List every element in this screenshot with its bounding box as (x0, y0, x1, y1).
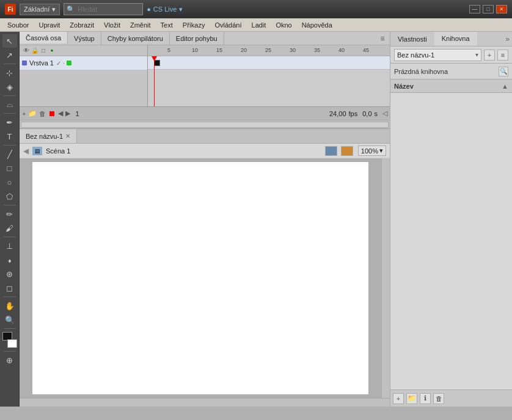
panel-menu-icon[interactable]: ≡ (378, 34, 387, 43)
library-name: Bez názvu-1 (397, 51, 434, 59)
menu-napoveda[interactable]: Nápověda (297, 20, 337, 30)
time-label: s (375, 110, 378, 117)
menu-okno[interactable]: Okno (271, 20, 296, 30)
frame-30: 30 (290, 47, 296, 53)
zoom-value: 100% (361, 147, 378, 155)
time-value: 0,0 (362, 110, 371, 117)
library-new-symbol-btn[interactable]: + (393, 393, 404, 404)
square-icon[interactable]: □ (39, 46, 48, 55)
next-frame-icon[interactable]: ▶ (65, 109, 70, 117)
color-tools (2, 332, 17, 348)
minimize-button[interactable]: — (469, 5, 480, 13)
dot-icon[interactable]: ● (48, 46, 56, 55)
tab-properties[interactable]: Vlastnosti (390, 32, 434, 46)
tool-free-transform[interactable]: ⊹ (2, 66, 17, 79)
tool-rect[interactable]: □ (2, 161, 17, 175)
tool-zoom[interactable]: 🔍 (2, 313, 17, 326)
center-area: Časová osa Výstup Chyby kompilátoru Edit… (20, 32, 390, 407)
col-sort-icon[interactable]: ▲ (502, 83, 508, 90)
stage-tab[interactable]: Bez názvu-1 ✕ (20, 129, 77, 143)
cslive-icon: ● (147, 6, 151, 13)
library-props-btn[interactable]: ℹ (420, 393, 431, 404)
onion-skin-icon[interactable]: ◁ (382, 109, 387, 117)
menu-ovladani[interactable]: Ovládání (210, 20, 246, 30)
maximize-button[interactable]: □ (483, 5, 494, 13)
nav-back-icon[interactable]: ◀ (23, 147, 29, 155)
fill-color[interactable] (7, 339, 17, 348)
stage-vscroll[interactable] (381, 158, 390, 398)
toolbar-separator-5 (4, 205, 16, 205)
tool-paint-bucket[interactable]: ⬧ (2, 253, 17, 267)
menu-soubor[interactable]: Soubor (2, 20, 34, 30)
layer-lock-edit-icon[interactable]: · (63, 60, 65, 67)
workspace-label: Základní (24, 6, 49, 13)
tab-library[interactable]: Knihovna (434, 32, 477, 46)
tool-gradient[interactable]: ◈ (2, 80, 17, 94)
layer-visible-icon[interactable]: ✓ (56, 60, 61, 67)
search-input[interactable] (78, 6, 139, 13)
tool-select[interactable]: ↖ (2, 34, 17, 48)
tab-timeline[interactable]: Časová osa (20, 32, 68, 45)
menu-upravit[interactable]: Upravit (34, 20, 65, 30)
layer-folder-icon[interactable]: 📁 (28, 109, 37, 117)
tool-text[interactable]: T (2, 130, 17, 143)
stage-tab-close[interactable]: ✕ (65, 133, 70, 139)
library-folder-btn[interactable]: 📁 (406, 393, 417, 404)
tool-subselect[interactable]: ↗ (2, 48, 17, 62)
tool-line[interactable]: ╱ (2, 147, 17, 161)
layer-color (22, 61, 27, 65)
library-delete-btn[interactable]: 🗑 (433, 393, 444, 404)
library-dropdown[interactable]: Bez názvu-1 ▾ (394, 49, 481, 61)
zoom-dropdown[interactable]: 100% ▾ (358, 146, 386, 156)
library-search-icon[interactable]: 🔍 (499, 67, 508, 76)
tool-pen[interactable]: ✒ (2, 116, 17, 129)
library-dropdown-arrow: ▾ (475, 51, 478, 58)
tab-compiler-errors[interactable]: Chyby kompilátoru (101, 32, 170, 45)
tab-output[interactable]: Výstup (68, 32, 101, 45)
stage-nav: ◀ ▤ Scéna 1 100% ▾ (20, 144, 390, 158)
layer-row[interactable]: Vrstva 1 ✓ · (20, 56, 147, 70)
tool-poly[interactable]: ⬠ (2, 190, 17, 203)
timeline-hscroll[interactable] (20, 120, 390, 128)
library-options-btn[interactable]: ≡ (497, 50, 508, 61)
tool-bone[interactable]: ⊥ (2, 239, 17, 252)
timeline-footer: + 📁 🗑 ◀ ▶ 1 24,00 fps 0,0 s ◁ (20, 106, 390, 120)
menu-vlozit[interactable]: Vložit (99, 20, 125, 30)
cslive-button[interactable]: ● CS Live ▾ (147, 6, 183, 13)
toolbar-separator-9 (4, 351, 16, 352)
tool-pencil[interactable]: ✏ (2, 207, 17, 221)
stage-canvas (20, 158, 381, 398)
close-button[interactable]: ✕ (496, 5, 507, 13)
new-layer-icon[interactable]: + (22, 110, 26, 117)
timeline-layers: 👁 🔒 □ ● Vrstva 1 ✓ · (20, 45, 148, 106)
tool-eyedropper[interactable]: ⊛ (2, 267, 17, 281)
right-panel-header: Bez názvu-1 ▾ + ≡ (390, 46, 512, 64)
tool-snap[interactable]: ⊕ (2, 353, 17, 367)
eye-icon[interactable]: 👁 (22, 46, 31, 55)
library-col-header: Název ▲ (390, 79, 512, 93)
stage-clip-icon[interactable] (341, 146, 353, 156)
titlebar-search[interactable]: 🔍 (64, 3, 143, 15)
left-toolbar: ↖ ↗ ⊹ ◈ ⌓ ✒ T ╱ □ ○ ⬠ ✏ 🖌 ⊥ ⬧ ⊛ ◻ ✋ 🔍 ⊕ (0, 32, 20, 407)
library-new-btn[interactable]: + (484, 50, 495, 61)
delete-layer-icon[interactable]: 🗑 (39, 110, 46, 117)
lock-icon[interactable]: 🔒 (31, 46, 39, 55)
library-empty-label: Prázdná knihovna (394, 68, 448, 75)
menu-zmenit[interactable]: Změnit (125, 20, 156, 30)
tool-hand[interactable]: ✋ (2, 299, 17, 312)
tool-eraser[interactable]: ◻ (2, 281, 17, 295)
stage-motion-icon[interactable] (325, 146, 337, 156)
prev-frame-icon[interactable]: ◀ (58, 109, 63, 117)
menu-ladit[interactable]: Ladit (247, 20, 271, 30)
frame-ruler: 5 10 15 20 25 30 35 40 45 (148, 45, 390, 56)
tool-brush[interactable]: 🖌 (2, 221, 17, 235)
tool-oval[interactable]: ○ (2, 175, 17, 189)
workspace-dropdown[interactable]: Základní ▾ (20, 4, 60, 15)
panel-collapse-icon[interactable]: » (505, 35, 512, 43)
tab-motion-editor[interactable]: Editor pohybu (170, 32, 224, 45)
menu-prikazy[interactable]: Příkazy (178, 20, 210, 30)
stage-hscroll[interactable] (20, 398, 390, 407)
menu-zobrazit[interactable]: Zobrazit (65, 20, 99, 30)
tool-lasso[interactable]: ⌓ (2, 98, 17, 111)
menu-text[interactable]: Text (156, 20, 178, 30)
